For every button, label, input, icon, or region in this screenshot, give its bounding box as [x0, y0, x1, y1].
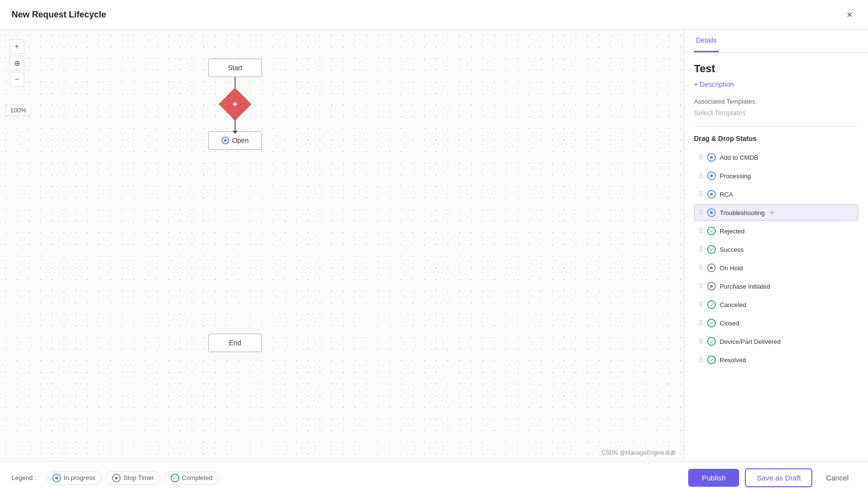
in-progress-icon: [707, 208, 716, 217]
status-item-device-part-delivered[interactable]: ⠿Device/Part Delivered: [694, 333, 858, 350]
status-item-success[interactable]: ⠿Success: [694, 241, 858, 258]
completed-icon: [707, 227, 716, 235]
canvas-controls: + ⊕ −: [10, 39, 24, 87]
legend-item-label-in-progress: In progress: [64, 474, 95, 481]
status-item-rca[interactable]: ⠿RCA: [694, 186, 858, 202]
status-item-resolved[interactable]: ⠿Resolved: [694, 352, 858, 368]
status-item-closed[interactable]: ⠿Closed: [694, 315, 858, 331]
status-label-closed: Closed: [720, 320, 739, 327]
select-templates-input[interactable]: Select Templates: [694, 109, 858, 117]
status-label-processing: Processing: [720, 172, 751, 180]
watermark: CSDN @ManageEngine卓豪: [601, 449, 676, 457]
status-item-add-to-cmdb[interactable]: ⠿Add to CMDB: [694, 149, 858, 166]
status-label-rca: RCA: [720, 191, 733, 198]
modal-container: New Request Lifecycle × + ⊕ − 100% Start: [0, 0, 868, 494]
status-item-processing[interactable]: ⠿Processing: [694, 168, 858, 184]
dnd-title: Drag & Drop Status: [694, 135, 858, 142]
legend-item-label-stop-timer: Stop Timer: [124, 474, 154, 481]
drag-handle-troubleshooting[interactable]: ⠿: [698, 209, 703, 216]
open-icon: [221, 137, 229, 144]
status-label-on-hold: On Hold: [720, 264, 743, 272]
panel-content: Test + Description Associated Templates:…: [684, 53, 868, 461]
connector-2: [235, 118, 236, 131]
completed-icon: [707, 319, 716, 327]
modal-body: + ⊕ − 100% Start + Open: [0, 30, 868, 461]
status-label-device-part-delivered: Device/Part Delivered: [720, 338, 781, 345]
legend-items: In progressStop TimerCompleted: [46, 471, 219, 485]
legend-item-completed: Completed: [164, 471, 219, 485]
flow-diagram: Start + Open End: [208, 59, 262, 352]
status-label-resolved: Resolved: [720, 356, 746, 364]
status-label-rejected: Rejected: [720, 228, 744, 235]
drag-handle-on-hold[interactable]: ⠿: [698, 264, 703, 272]
modal-footer: Legend : In progressStop TimerCompleted …: [0, 461, 868, 494]
modal-header: New Request Lifecycle ×: [0, 0, 868, 30]
in-progress-icon: [707, 171, 716, 180]
drag-handle-rca[interactable]: ⠿: [698, 190, 703, 198]
cursor-icon: ✛: [770, 209, 774, 216]
lifecycle-name: Test: [694, 62, 858, 75]
drag-handle-purchase-initiated[interactable]: ⠿: [698, 282, 703, 290]
in-progress-icon: [52, 474, 61, 482]
status-item-canceled[interactable]: ⠿Canceled: [694, 296, 858, 313]
legend-label: Legend :: [12, 474, 36, 481]
zoom-level: 100%: [6, 105, 31, 116]
status-label-success: Success: [720, 246, 743, 253]
canvas-area[interactable]: + ⊕ − 100% Start + Open: [0, 30, 684, 461]
legend-item-in-progress: In progress: [46, 471, 102, 485]
stop-icon: [112, 474, 121, 482]
legend-item-label-completed: Completed: [182, 474, 213, 481]
zoom-in-button[interactable]: +: [10, 39, 24, 54]
panel-tabs: Details: [684, 30, 868, 53]
legend-item-stop-timer: Stop Timer: [106, 471, 160, 485]
completed-icon: [707, 300, 716, 309]
drag-handle-closed[interactable]: ⠿: [698, 319, 703, 327]
tab-details[interactable]: Details: [694, 30, 719, 52]
footer-actions: Publish Save as Draft Cancel: [688, 468, 856, 487]
completed-icon: [707, 245, 716, 254]
drag-handle-processing[interactable]: ⠿: [698, 172, 703, 180]
stop-icon: [707, 282, 716, 291]
stop-icon: [707, 263, 716, 272]
associated-templates-label: Associated Templates:: [694, 98, 858, 105]
save-draft-button[interactable]: Save as Draft: [745, 468, 812, 487]
drag-handle-success[interactable]: ⠿: [698, 246, 703, 253]
drag-handle-rejected[interactable]: ⠿: [698, 227, 703, 235]
close-button[interactable]: ×: [843, 8, 856, 21]
status-item-troubleshooting[interactable]: ⠿Troubleshooting✛: [694, 204, 858, 221]
status-list: ⠿Add to CMDB⠿Processing⠿RCA⠿Troubleshoot…: [694, 149, 858, 368]
modal-title: New Request Lifecycle: [12, 10, 106, 20]
in-progress-icon: [707, 190, 716, 199]
cancel-button[interactable]: Cancel: [818, 469, 856, 486]
status-label-purchase-initiated: Purchase Initiated: [720, 283, 770, 290]
right-panel: Details Test + Description Associated Te…: [684, 30, 868, 461]
node-end[interactable]: End: [208, 334, 262, 352]
drag-handle-resolved[interactable]: ⠿: [698, 356, 703, 364]
status-item-rejected[interactable]: ⠿Rejected: [694, 223, 858, 239]
status-item-on-hold[interactable]: ⠿On Hold: [694, 260, 858, 276]
in-progress-icon: [707, 153, 716, 162]
status-label-canceled: Canceled: [720, 301, 746, 309]
status-label-add-to-cmdb: Add to CMDB: [720, 154, 758, 161]
drag-handle-add-to-cmdb[interactable]: ⠿: [698, 154, 703, 161]
legend: Legend : In progressStop TimerCompleted: [12, 471, 219, 485]
zoom-out-button[interactable]: −: [10, 72, 24, 87]
divider-1: [694, 126, 858, 127]
drag-handle-canceled[interactable]: ⠿: [698, 301, 703, 309]
node-decision[interactable]: +: [219, 88, 252, 121]
status-label-troubleshooting: Troubleshooting: [720, 209, 765, 216]
status-item-purchase-initiated[interactable]: ⠿Purchase Initiated: [694, 278, 858, 294]
completed-icon: [707, 355, 716, 364]
publish-button[interactable]: Publish: [688, 469, 739, 487]
node-start[interactable]: Start: [208, 59, 262, 77]
completed-icon: [707, 337, 716, 346]
recenter-button[interactable]: ⊕: [10, 56, 24, 70]
completed-icon: [171, 474, 179, 482]
add-description-link[interactable]: + Description: [694, 80, 734, 88]
drag-handle-device-part-delivered[interactable]: ⠿: [698, 338, 703, 345]
